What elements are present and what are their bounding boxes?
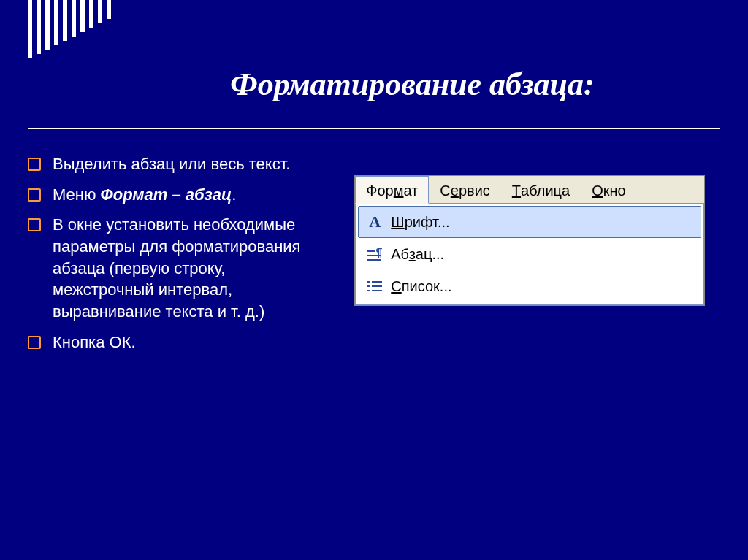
menu-item-paragraph[interactable]: ¶ Абзац... bbox=[358, 238, 701, 270]
slide-title: Форматирование абзаца: bbox=[121, 66, 704, 103]
menu-item-list[interactable]: Список... bbox=[358, 270, 701, 302]
menu-format[interactable]: Формат bbox=[355, 176, 429, 204]
bullet-list: Выделить абзац или весь текст. Меню Форм… bbox=[28, 153, 340, 538]
menu-item-font[interactable]: A Шрифт... bbox=[358, 206, 701, 238]
title-divider bbox=[28, 128, 720, 129]
menu-table[interactable]: Таблица bbox=[501, 176, 581, 204]
bullet-item: Выделить абзац или весь текст. bbox=[28, 153, 325, 175]
menu-window[interactable]: Окно bbox=[581, 176, 636, 204]
menu-service[interactable]: Сервис bbox=[429, 176, 501, 204]
bullet-item: В окне установить необходимые параметры … bbox=[28, 214, 325, 322]
font-icon: A bbox=[359, 212, 391, 231]
word-menu-window: Формат Сервис Таблица Окно A Шрифт bbox=[354, 175, 705, 306]
format-dropdown: A Шрифт... ¶ Абзац... bbox=[355, 203, 704, 305]
bullet-item: Кнопка ОК. bbox=[28, 331, 325, 353]
menubar: Формат Сервис Таблица Окно bbox=[355, 176, 704, 204]
corner-decoration bbox=[28, 0, 111, 58]
menu-more[interactable] bbox=[637, 176, 652, 204]
bullet-item: Меню Формат – абзац. bbox=[28, 184, 325, 206]
paragraph-icon: ¶ bbox=[359, 248, 391, 261]
menu-screenshot: Формат Сервис Таблица Окно A Шрифт bbox=[340, 153, 720, 538]
list-icon bbox=[359, 280, 391, 293]
